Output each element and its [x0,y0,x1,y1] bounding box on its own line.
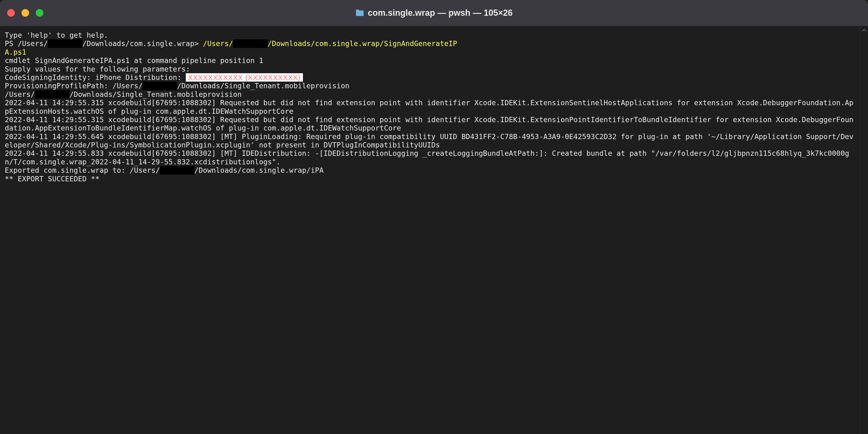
terminal-content[interactable]: Type 'help' to get help.PS /Users/ /Down… [5,31,855,183]
title-bar[interactable]: com.single.wrap — pwsh — 105×26 [0,0,868,26]
command-part1: /Users/ [203,39,233,48]
user-path-line: /Users/ /Downloads/Single_Tenant.mobilep… [5,90,855,98]
redacted-user-3 [143,82,177,90]
prov-label: ProvisioningProfilePath: /Users/ [5,82,143,90]
scrollbar[interactable] [860,26,868,434]
traffic-lights [7,9,43,17]
scroll-up-icon[interactable] [860,26,868,34]
user-path-prefix: /Users/ [5,90,35,98]
maximize-button[interactable] [36,9,43,17]
redacted-user-1 [48,39,83,48]
export-suffix: /Downloads/com.single.wrap/iPA [194,166,324,175]
prov-path: /Downloads/Single_Tenant.mobileprovision [177,82,349,90]
supply-line: Supply values for the following paramete… [5,65,855,73]
code-sign-redacted: XXXXXXXXXXX (XXXXXXXXXX) [186,73,303,82]
terminal-body[interactable]: Type 'help' to get help.PS /Users/ /Down… [0,26,868,434]
redacted-user-5 [160,166,194,175]
redacted-user-2 [233,39,268,48]
log-line-2: 2022-04-11 14:29:55.315 xcodebuild[67695… [5,116,855,132]
terminal-window: com.single.wrap — pwsh — 105×26 Type 'he… [0,0,868,434]
prov-line: ProvisioningProfilePath: /Users/ /Downlo… [5,82,855,90]
window-title-area: com.single.wrap — pwsh — 105×26 [355,8,513,18]
export-prefix: Exported com.single.wrap to: /Users/ [5,166,160,175]
log-line-1: 2022-04-11 14:29:55.315 xcodebuild[67695… [5,98,855,116]
export-line: Exported com.single.wrap to: /Users/ /Do… [5,166,855,175]
prompt-prefix: PS /Users/ [5,39,48,48]
cmdlet-line: cmdlet SignAndGenerateIPA.ps1 at command… [5,56,855,65]
close-button[interactable] [7,9,15,17]
prompt-line: PS /Users/ /Downloads/com.single.wrap> /… [5,39,855,48]
code-sign-label: CodeSigningIdentity: iPhone Distribution… [5,73,186,82]
redacted-user-4 [35,90,69,98]
log-line-4: 2022-04-11 14:29:55.833 xcodebuild[67695… [5,149,855,166]
window-title-text: com.single.wrap — pwsh — 105×26 [368,8,513,18]
folder-icon [355,9,364,17]
command-wrap: A.ps1 [5,48,855,56]
minimize-button[interactable] [22,9,29,17]
code-sign-line: CodeSigningIdentity: iPhone Distribution… [5,73,855,82]
log-line-3: 2022-04-11 14:29:55.645 xcodebuild[67695… [5,132,855,149]
help-line: Type 'help' to get help. [5,31,855,39]
command-part2: /Downloads/com.single.wrap/SignAndGenera… [268,39,457,48]
prompt-path: /Downloads/com.single.wrap> [82,39,203,48]
user-path-suffix: /Downloads/Single_Tenant.mobileprovision [69,90,242,98]
success-line: ** EXPORT SUCCEEDED ** [5,175,855,183]
